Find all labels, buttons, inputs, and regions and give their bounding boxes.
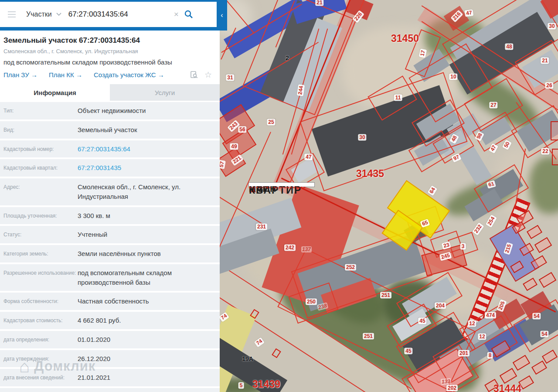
- action-link[interactable]: Создать участок ЖС →: [94, 71, 164, 78]
- parcel-label[interactable]: 47: [304, 154, 313, 160]
- parcel-label[interactable]: 45: [418, 318, 426, 324]
- parcel-label[interactable]: 31: [226, 75, 234, 81]
- parcel-label[interactable]: 5: [238, 382, 244, 389]
- field-value-link[interactable]: 67:27:0031435: [78, 163, 121, 173]
- parcel-label[interactable]: 252: [345, 264, 356, 271]
- action-link[interactable]: План КК →: [49, 71, 82, 78]
- preview-plan-icon[interactable]: [190, 71, 198, 79]
- parcel-label[interactable]: 26: [545, 82, 553, 89]
- quarter-label[interactable]: 31439: [252, 378, 280, 390]
- parcel-label[interactable]: 45: [404, 348, 412, 355]
- parcel-label[interactable]: 64: [428, 185, 438, 196]
- tab-active[interactable]: Информация: [0, 84, 110, 101]
- parcel-label[interactable]: 8: [487, 352, 493, 359]
- clear-search-icon[interactable]: ×: [174, 10, 179, 19]
- parcel-label[interactable]: 232: [472, 222, 484, 235]
- boundary-line: [272, 348, 281, 358]
- parcel-label[interactable]: 30: [358, 134, 366, 141]
- parcel-label[interactable]: 231: [256, 224, 267, 230]
- info-row: дата определения:01.01.2020: [0, 331, 220, 348]
- search-category-select[interactable]: Участки: [26, 10, 52, 18]
- field-value: 4 662 801 руб.: [78, 316, 121, 325]
- info-row: дата применения:01.01.2021: [0, 388, 220, 392]
- parcel-label[interactable]: 30: [548, 23, 556, 30]
- info-row: Форма собственности:Частная собственност…: [0, 293, 220, 310]
- info-row: Вид:Земельный участок: [0, 121, 220, 139]
- parcel-label[interactable]: 25: [267, 119, 275, 126]
- info-row: Кадастровая стоимость:4 662 801 руб.: [0, 312, 220, 329]
- parcel-label[interactable]: 54: [540, 331, 548, 337]
- field-label: Форма собственности:: [3, 297, 78, 306]
- parcel-label[interactable]: 21: [315, 0, 323, 6]
- field-value: 21.01.2021: [78, 373, 110, 382]
- parcel-panel: Земельный участок 67:27:0031435:64 Смоле…: [0, 31, 220, 392]
- cadastral-map-app: МАГ▲ЗИН КВАРТИР агентство недвижимости 3…: [0, 0, 558, 392]
- menu-icon[interactable]: [8, 11, 16, 17]
- links-group: План ЗУ →План КК →Создать участок ЖС →: [3, 71, 164, 78]
- parcel-label[interactable]: 133: [440, 378, 451, 385]
- field-label: дата определения:: [3, 335, 78, 344]
- chevron-down-icon[interactable]: [56, 13, 61, 16]
- parcel-label[interactable]: 137: [301, 246, 312, 252]
- parcel-label[interactable]: 11: [394, 95, 402, 101]
- building-outline: [542, 350, 558, 364]
- info-table: Тип:Объект недвижимостиВид:Земельный уча…: [0, 102, 220, 392]
- parcel-label[interactable]: 474: [485, 312, 496, 319]
- search-icon[interactable]: [184, 10, 194, 19]
- info-row: Адрес:Смоленская обл., г. Смоленск, ул. …: [0, 178, 220, 205]
- building-outline: [500, 368, 517, 384]
- parcel-label[interactable]: 22: [541, 148, 549, 155]
- parcel-label[interactable]: 48: [505, 44, 513, 50]
- map-canvas[interactable]: МАГ▲ЗИН КВАРТИР агентство недвижимости 3…: [220, 0, 558, 392]
- parcel-label[interactable]: 251: [363, 333, 374, 340]
- building-outline: [539, 272, 556, 288]
- quarter-label[interactable]: 31450: [391, 33, 419, 44]
- parcel-label[interactable]: 21: [541, 58, 549, 64]
- parcel-label[interactable]: 27: [489, 102, 497, 109]
- parcel-label[interactable]: 12: [468, 320, 476, 327]
- parcel-label[interactable]: 201: [458, 350, 470, 357]
- parcel-label[interactable]: 204: [435, 303, 446, 309]
- tab-inactive[interactable]: Услуги: [110, 84, 220, 101]
- action-link[interactable]: План ЗУ →: [3, 71, 37, 78]
- quarter-label[interactable]: 31444: [493, 383, 521, 392]
- parcel-label[interactable]: 47: [464, 9, 473, 17]
- info-row: Тип:Объект недвижимости: [0, 102, 220, 119]
- field-value: Частная собственность: [78, 297, 149, 306]
- info-row: Категория земель:Земли населённых пункто…: [0, 245, 220, 262]
- search-toolbar: Участки × ‹: [0, 0, 227, 31]
- info-row: Площадь уточненная:3 300 кв. м: [0, 207, 220, 225]
- parcel-label[interactable]: 49: [230, 143, 238, 150]
- field-value: Земельный участок: [78, 125, 137, 135]
- tab-bar: ИнформацияУслуги: [0, 84, 220, 101]
- search-input[interactable]: [68, 10, 173, 19]
- field-value-link[interactable]: 67:27:0031435:64: [78, 144, 130, 154]
- parcel-label[interactable]: 251: [380, 292, 391, 299]
- parcel-label[interactable]: 242: [284, 245, 296, 251]
- parcel-label[interactable]: 254: [486, 215, 497, 228]
- info-row: дата утверждения:26.12.2020: [0, 350, 220, 368]
- field-label: Статус:: [3, 230, 78, 239]
- magazin-kvartir-watermark: МАГ▲ЗИН КВАРТИР агентство недвижимости: [248, 182, 315, 187]
- field-value: под вспомогательным складом производстве…: [78, 268, 216, 287]
- parcel-label[interactable]: 74: [254, 337, 265, 347]
- watermark-line3: агентство недвижимости: [249, 186, 306, 189]
- parcel-label[interactable]: 12: [478, 334, 486, 340]
- collapse-panel-button[interactable]: ‹: [217, 0, 227, 31]
- favorite-star-icon[interactable]: ☆: [204, 71, 212, 79]
- quarter-label[interactable]: 31435: [356, 168, 384, 180]
- search-row: Участки ×: [0, 2, 217, 27]
- building-outline: [551, 121, 558, 140]
- parcel-label[interactable]: 54: [532, 313, 541, 320]
- field-label: дата утверждения:: [3, 354, 78, 364]
- parcel-label[interactable]: 10: [449, 74, 457, 80]
- field-label: Кадастровый номер:: [3, 144, 78, 154]
- parcel-label[interactable]: 202: [446, 385, 458, 392]
- parcel-label[interactable]: 50: [502, 140, 512, 150]
- field-label: Кадастровый квартал:: [3, 163, 78, 173]
- parcel-label[interactable]: 250: [306, 299, 317, 305]
- building-outline: [513, 355, 530, 371]
- parcel-label[interactable]: 56: [238, 126, 246, 133]
- building-outline: [534, 237, 552, 253]
- parcel-label[interactable]: 3: [460, 243, 466, 250]
